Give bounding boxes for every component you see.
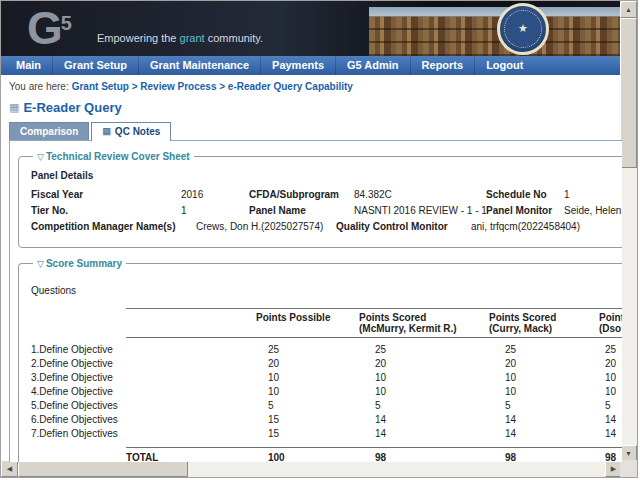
panel-details-heading: Panel Details [31,170,622,181]
field-label-fiscal-year: Fiscal Year [31,189,181,200]
total-label: TOTAL [126,447,256,462]
cell-empty [126,426,256,440]
field-label-cfda-subprogram: CFDA/Subprogram [249,189,354,200]
nav-item-grant-maintenance[interactable]: Grant Maintenance [139,56,261,75]
library-photo [369,7,622,56]
cover-field-row: Competition Manager Name(s)Crews, Don H.… [31,221,622,232]
tagline: Empowering the grant community. [97,32,263,44]
app-banner: G5 Empowering the grant community. [1,1,622,56]
cover-field-row: Tier No.1Panel NameNASNTI 2016 REVIEW - … [31,205,622,216]
field-label-tier-no: Tier No. [31,205,181,216]
score-cell: 25 [256,338,359,356]
score-cell: 5 [599,398,622,412]
content-panel: ▽Technical Review Cover Sheet Panel Deta… [9,140,622,462]
nav-item-g5-admin[interactable]: G5 Admin [336,56,411,75]
score-cell: 25 [489,338,599,356]
vertical-scrollbar[interactable]: ▲ ▼ [620,1,637,462]
score-cell: 14 [489,412,599,426]
page: G5 Empowering the grant community. MainG… [1,1,622,462]
score-cell: 5 [489,398,599,412]
browser-viewport: G5 Empowering the grant community. MainG… [0,0,638,478]
score-cell: 15 [256,426,359,440]
scrollbar-corner [620,460,637,477]
breadcrumb-path[interactable]: Grant Setup > Review Process > e-Reader … [72,81,353,92]
field-value-fiscal-year: 2016 [181,189,249,200]
field-value-panel-name: NASNTI 2016 REVIEW - 1 - 1 [354,205,486,216]
field-label-quality-control-monitor: Quality Control Monitor [336,221,471,232]
scroll-left-icon[interactable]: ◀ [1,460,18,477]
cell-empty [31,447,126,462]
tab-qc-notes[interactable]: ▤QC Notes [91,122,171,141]
score-cell: 14 [599,412,622,426]
score-cell: 14 [599,426,622,440]
total-value: 98 [599,447,622,462]
nav-item-logout[interactable]: Logout [475,56,534,75]
vertical-scrollbar-thumb[interactable] [620,18,637,168]
column-header: Points Scored(Dso [599,308,622,338]
cell-empty [126,398,256,412]
logo-digit-5: 5 [61,12,72,34]
score-cell: 14 [489,426,599,440]
tab-label: Comparison [20,126,78,137]
scroll-up-icon[interactable]: ▲ [620,1,637,18]
score-cell: 10 [489,384,599,398]
horizontal-scrollbar-thumb[interactable] [18,460,188,477]
score-table: Points PossiblePoints Scored(McMurry, Ke… [31,308,622,462]
question-label: 1.Define Objective [31,338,126,356]
tagline-prefix: Empowering the [97,32,180,44]
total-value: 98 [489,447,599,462]
cover-sheet-legend: ▽Technical Review Cover Sheet [33,151,194,162]
field-value-schedule-no: 1 [564,189,622,200]
grid-icon: ▦ [9,102,19,113]
nav-item-grant-setup[interactable]: Grant Setup [53,56,139,75]
nav-item-main[interactable]: Main [5,56,53,75]
tab-label: QC Notes [115,126,161,137]
field-value-competition-manager-name-s: Crews, Don H.(2025027574) [196,221,336,232]
score-summary-legend-text: Score Summary [46,258,122,269]
collapse-triangle-icon[interactable]: ▽ [37,152,44,162]
total-value: 98 [359,447,489,462]
breadcrumb: You are here:Grant Setup > Review Proces… [1,75,622,95]
tagline-suffix: community. [205,32,263,44]
cover-fields: Fiscal Year2016CFDA/Subprogram84.382CSch… [31,189,622,232]
field-value-tier-no: 1 [181,205,249,216]
spacer [31,440,622,447]
field-label-panel-monitor: Panel Monitor [486,205,564,216]
score-cell: 25 [599,338,622,356]
score-cell: 10 [599,384,622,398]
field-label-panel-name: Panel Name [249,205,354,216]
column-header: Points Scored(Curry, Mack) [489,308,599,338]
horizontal-scrollbar[interactable]: ◀ ▶ [1,460,622,477]
field-value-cfda-subprogram: 84.382C [354,189,486,200]
column-header-empty [126,308,256,338]
page-title: E-Reader Query [23,100,121,115]
score-cell: 10 [359,370,489,384]
page-scroll-area: G5 Empowering the grant community. MainG… [1,1,622,462]
question-label: 7.Defien Objectives [31,426,126,440]
nav-item-payments[interactable]: Payments [261,56,336,75]
nav-item-reports[interactable]: Reports [411,56,476,75]
score-cell: 5 [359,398,489,412]
tab-comparison[interactable]: Comparison [9,122,89,140]
collapse-triangle-icon[interactable]: ▽ [37,259,44,269]
score-cell: 10 [359,384,489,398]
score-cell: 10 [256,384,359,398]
cell-empty [126,412,256,426]
score-cell: 20 [256,356,359,370]
field-label-schedule-no: Schedule No [486,189,564,200]
score-cell: 25 [359,338,489,356]
total-value: 100 [256,447,359,462]
tagline-grant: grant [180,32,205,44]
questions-heading: Questions [31,285,622,296]
technical-review-cover-sheet: ▽Technical Review Cover Sheet Panel Deta… [18,151,622,248]
logo-letter-g: G [27,2,61,54]
question-label: 3.Define Objective [31,370,126,384]
score-cell: 14 [359,412,489,426]
question-label: 5.Define Objectives [31,398,126,412]
field-value-quality-control-monitor: ani, trfqcm(2022458404) [471,221,622,232]
score-cell: 10 [489,370,599,384]
score-summary: ▽Score Summary Questions Points Possible… [18,258,622,462]
header-spacer [31,308,126,338]
notes-icon: ▤ [102,127,111,136]
field-value-panel-monitor: Seide, Helen Y.(2024536223 [564,205,622,216]
